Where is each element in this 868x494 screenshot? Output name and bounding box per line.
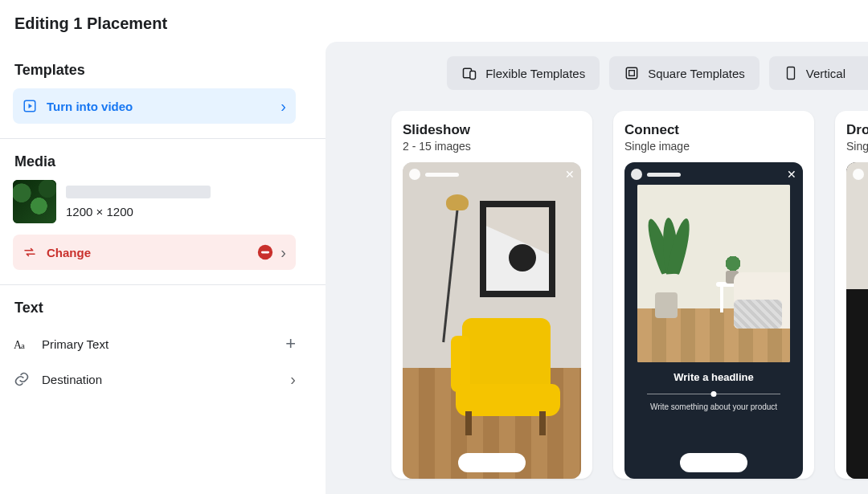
- template-card-title: Slideshow: [403, 122, 581, 138]
- template-filter-toolbar: Flexible Templates Square Templates Vert…: [326, 56, 868, 90]
- template-card-drop[interactable]: Drop Singl: [835, 111, 868, 479]
- media-item: 1200 × 1200: [13, 180, 326, 223]
- link-icon: [13, 370, 31, 388]
- destination-row[interactable]: Destination ›: [13, 361, 296, 397]
- vertical-templates-label: Vertical: [806, 67, 845, 80]
- chevron-right-icon: ›: [280, 97, 286, 116]
- play-video-icon: [23, 99, 37, 113]
- turn-into-video-button[interactable]: Turn into video ›: [13, 88, 296, 124]
- close-icon: ✕: [565, 168, 575, 181]
- device-square-icon: [624, 65, 640, 81]
- plus-icon: +: [285, 333, 296, 354]
- page-title: Editing 1 Placement: [14, 14, 326, 33]
- swap-icon: [23, 245, 37, 259]
- text-icon: A a: [13, 335, 31, 353]
- square-templates-label: Square Templates: [648, 67, 745, 80]
- template-headline-placeholder: Write a headline: [624, 371, 803, 383]
- section-text-heading: Text: [14, 300, 326, 316]
- svg-rect-6: [470, 71, 476, 80]
- template-preview: [846, 162, 868, 479]
- flexible-templates-label: Flexible Templates: [485, 67, 585, 80]
- square-templates-tab[interactable]: Square Templates: [609, 56, 760, 90]
- section-templates-heading: Templates: [14, 62, 326, 79]
- turn-into-video-label: Turn into video: [47, 100, 133, 113]
- svg-rect-9: [787, 67, 794, 80]
- story-avatar-icon: [409, 169, 420, 180]
- template-card-subtitle: Singl: [846, 140, 868, 153]
- media-thumbnail[interactable]: [13, 180, 56, 223]
- change-media-button[interactable]: Change ›: [13, 235, 296, 270]
- device-flexible-icon: [461, 65, 477, 81]
- divider: [0, 138, 326, 139]
- svg-rect-7: [626, 67, 637, 78]
- minus-circle-icon: [256, 243, 274, 261]
- svg-rect-2: [261, 251, 269, 254]
- device-vertical-icon: [784, 65, 798, 81]
- template-preview: ✕: [403, 162, 581, 479]
- svg-rect-8: [629, 71, 635, 76]
- destination-label: Destination: [42, 373, 102, 386]
- change-media-label: Change: [47, 246, 91, 259]
- chevron-right-icon: ›: [280, 243, 286, 262]
- svg-text:a: a: [21, 341, 25, 350]
- media-dimensions: 1200 × 1200: [66, 205, 211, 218]
- template-card-subtitle: 2 - 15 images: [403, 140, 581, 153]
- template-card-list: Slideshow 2 - 15 images ✕ Connect Singl: [326, 111, 868, 479]
- story-progress-icon: [425, 173, 459, 177]
- template-subline-placeholder: Write something about your product: [624, 402, 803, 411]
- story-cta-pill: [680, 453, 747, 472]
- story-avatar-icon: [853, 169, 864, 180]
- primary-text-label: Primary Text: [42, 337, 108, 351]
- story-progress-icon: [647, 173, 681, 177]
- template-card-connect[interactable]: Connect Single image Write a headline Wr…: [613, 111, 814, 479]
- close-icon: ✕: [787, 168, 796, 181]
- section-media-heading: Media: [14, 153, 326, 170]
- story-avatar-icon: [631, 169, 642, 180]
- template-card-slideshow[interactable]: Slideshow 2 - 15 images ✕: [391, 111, 592, 479]
- chevron-right-icon: ›: [290, 370, 296, 389]
- divider: [0, 284, 326, 285]
- primary-text-row[interactable]: A a Primary Text +: [13, 326, 296, 361]
- template-divider: [647, 394, 780, 394]
- story-cta-pill: [458, 453, 526, 472]
- editor-sidebar: Editing 1 Placement Templates Turn into …: [0, 0, 326, 494]
- vertical-templates-tab[interactable]: Vertical: [769, 56, 868, 90]
- templates-canvas: Flexible Templates Square Templates Vert…: [326, 42, 868, 494]
- template-card-title: Drop: [846, 122, 868, 138]
- template-preview: Write a headline Write something about y…: [624, 162, 803, 479]
- template-card-title: Connect: [624, 122, 803, 138]
- media-filename-redacted: [66, 186, 211, 198]
- template-card-subtitle: Single image: [624, 140, 803, 153]
- flexible-templates-tab[interactable]: Flexible Templates: [447, 56, 600, 90]
